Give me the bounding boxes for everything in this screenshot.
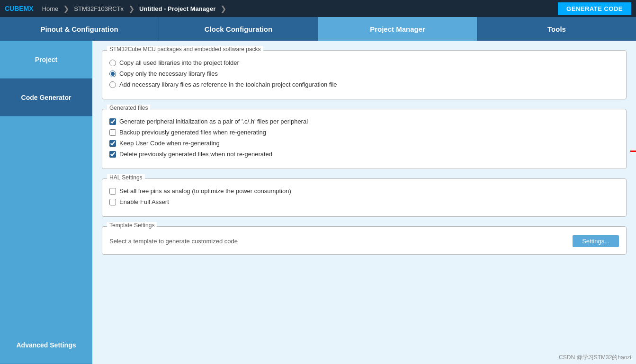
checkbox-backup-label: Backup previously generated files when r… — [119, 129, 266, 136]
top-bar: CUBEMX Home ❯ STM32F103RCTx ❯ Untitled -… — [0, 0, 636, 17]
checkbox-full-assert[interactable]: Enable Full Assert — [109, 198, 619, 205]
breadcrumb-arrow-1: ❯ — [63, 4, 69, 13]
breadcrumb-device[interactable]: STM32F103RCTx — [70, 5, 127, 12]
checkbox-delete-files[interactable]: Delete previously generated files when n… — [109, 151, 619, 158]
checkbox-keep-user-code-label: Keep User Code when re-generating — [119, 140, 220, 147]
radio-add-reference-input[interactable] — [109, 81, 116, 88]
mcu-packages-group: STM32Cube MCU packages and embedded soft… — [102, 50, 627, 99]
annotation-arrow-2 — [630, 148, 636, 154]
checkbox-generate-peripheral[interactable]: Generate peripheral initialization as a … — [109, 118, 619, 125]
checkbox-full-assert-label: Enable Full Assert — [119, 198, 169, 205]
main-layout: Project Code Generator Advanced Settings… — [0, 41, 636, 364]
breadcrumb-home[interactable]: Home — [38, 5, 63, 12]
sidebar-item-project[interactable]: Project — [0, 41, 92, 79]
tab-project-manager[interactable]: Project Manager — [318, 17, 477, 41]
tab-tools[interactable]: Tools — [477, 17, 636, 41]
breadcrumb-arrow-2: ❯ — [128, 4, 134, 13]
app-logo: CUBEMX — [5, 5, 38, 12]
sidebar-item-advanced-settings[interactable]: Advanced Settings — [0, 326, 92, 364]
watermark: CSDN @学习STM32的haozi — [559, 354, 631, 362]
radio-copy-all[interactable]: Copy all used libraries into the project… — [109, 59, 619, 66]
sidebar: Project Code Generator Advanced Settings — [0, 41, 92, 364]
generate-code-button[interactable]: GENERATE CODE — [558, 2, 631, 15]
tab-bar: Pinout & Configuration Clock Configurati… — [0, 17, 636, 41]
checkbox-free-pins-input[interactable] — [109, 188, 116, 195]
hal-settings-group: HAL Settings Set all free pins as analog… — [102, 178, 627, 217]
sidebar-item-code-generator[interactable]: Code Generator — [0, 79, 92, 116]
radio-add-reference-label: Add necessary library files as reference… — [119, 81, 337, 88]
checkbox-generate-peripheral-label: Generate peripheral initialization as a … — [119, 118, 308, 125]
mcu-packages-legend: STM32Cube MCU packages and embedded soft… — [107, 46, 263, 53]
content-wrapper: STM32Cube MCU packages and embedded soft… — [102, 50, 627, 255]
radio-copy-necessary[interactable]: Copy only the necessary library files — [109, 70, 619, 77]
checkbox-backup-input[interactable] — [109, 129, 116, 136]
radio-add-reference[interactable]: Add necessary library files as reference… — [109, 81, 619, 88]
checkbox-keep-user-code[interactable]: Keep User Code when re-generating — [109, 140, 619, 147]
radio-copy-all-label: Copy all used libraries into the project… — [119, 59, 239, 66]
template-settings-legend: Template Settings — [107, 222, 157, 229]
checkbox-free-pins[interactable]: Set all free pins as analog (to optimize… — [109, 187, 619, 195]
radio-copy-all-input[interactable] — [109, 60, 116, 66]
checkbox-backup[interactable]: Backup previously generated files when r… — [109, 129, 619, 136]
radio-copy-necessary-label: Copy only the necessary library files — [119, 70, 218, 77]
breadcrumb: Home ❯ STM32F103RCTx ❯ Untitled - Projec… — [38, 4, 558, 13]
template-settings-group: Template Settings Select a template to g… — [102, 226, 627, 255]
generated-files-group: Generated files Generate peripheral init… — [102, 109, 627, 169]
checkbox-delete-files-input[interactable] — [109, 151, 116, 158]
checkbox-full-assert-input[interactable] — [109, 199, 116, 205]
checkbox-generate-peripheral-input[interactable] — [109, 118, 116, 125]
content-area: STM32Cube MCU packages and embedded soft… — [92, 41, 636, 364]
template-settings-button[interactable]: Settings... — [573, 235, 619, 247]
hal-settings-legend: HAL Settings — [107, 174, 145, 181]
breadcrumb-project[interactable]: Untitled - Project Manager — [135, 5, 219, 12]
generated-files-legend: Generated files — [107, 105, 150, 111]
annotation-init-files: 生成单独的初始化文件 — [630, 145, 636, 157]
tab-pinout[interactable]: Pinout & Configuration — [0, 17, 159, 41]
checkbox-free-pins-label: Set all free pins as analog (to optimize… — [119, 187, 291, 195]
breadcrumb-arrow-3: ❯ — [220, 4, 226, 13]
template-description: Select a template to generate customized… — [109, 238, 565, 245]
radio-copy-necessary-input[interactable] — [109, 71, 116, 77]
checkbox-keep-user-code-input[interactable] — [109, 140, 116, 147]
checkbox-delete-files-label: Delete previously generated files when n… — [119, 151, 272, 158]
tab-clock[interactable]: Clock Configuration — [159, 17, 318, 41]
